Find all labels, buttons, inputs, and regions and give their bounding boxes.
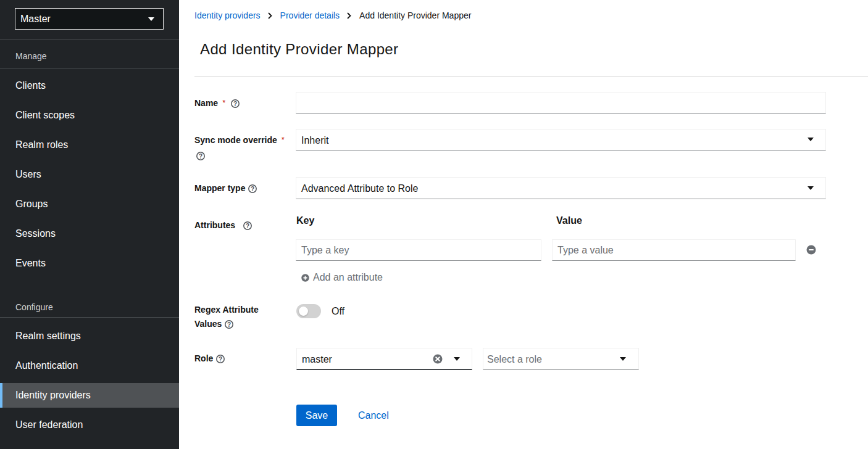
svg-text:?: ?: [227, 321, 231, 327]
svg-text:?: ?: [233, 100, 237, 107]
svg-text:?: ?: [246, 222, 249, 229]
svg-text:?: ?: [219, 355, 222, 362]
svg-text:?: ?: [251, 185, 254, 192]
svg-text:?: ?: [199, 152, 202, 159]
